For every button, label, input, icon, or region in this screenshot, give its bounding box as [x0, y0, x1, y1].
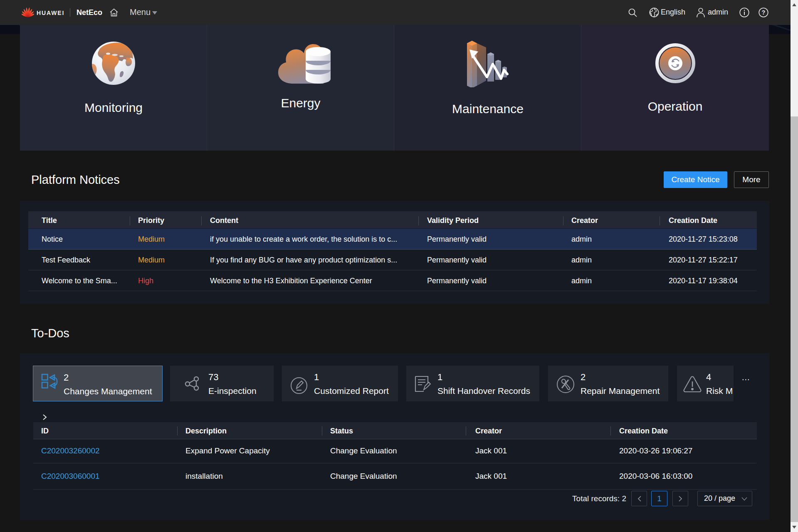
svg-text:?: ?	[762, 9, 766, 16]
